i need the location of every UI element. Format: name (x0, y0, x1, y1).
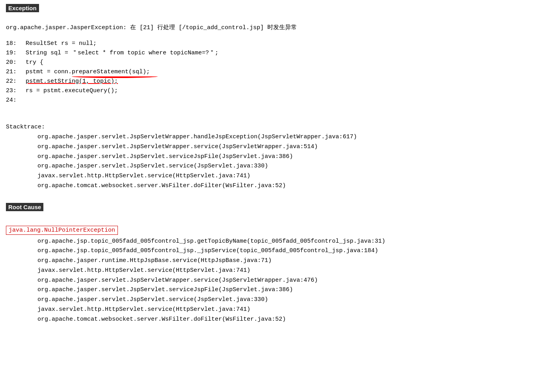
root-cause-line-1: org.apache.jsp.topic_005fadd_005fcontrol… (6, 237, 546, 247)
code-content-18: ResultSet rs = null; (26, 39, 97, 48)
line-number-18: 18: (6, 39, 26, 48)
line-number-24: 24: (6, 96, 26, 105)
stacktrace-section: Stacktrace: org.apache.jasper.servlet.Js… (6, 124, 546, 191)
code-line-23: 23: rs = pstmt.executeQuery(); (6, 86, 546, 96)
code-content-21: pstmt = conn.prepareStatement(sql); (26, 67, 150, 77)
line-number-20: 20: (6, 58, 26, 67)
code-line-21: 21: pstmt = conn.prepareStatement(sql); (6, 67, 546, 77)
stacktrace-label: Stacktrace: (6, 124, 546, 130)
line-number-21: 21: (6, 67, 26, 77)
code-content-19: String sql = ＂select * from topic where … (26, 48, 218, 58)
root-cause-line-6: org.apache.jasper.servlet.JspServlet.ser… (6, 285, 546, 295)
root-cause-label: Root Cause (6, 203, 43, 211)
line-number-19: 19: (6, 48, 26, 58)
code-line-24: 24: (6, 96, 546, 105)
code-block: 18: ResultSet rs = null; 19: String sql … (6, 39, 546, 105)
root-cause-section: Root Cause java.lang.NullPointerExceptio… (6, 203, 546, 325)
exception-header: Exception (6, 4, 546, 17)
code-line-22: 22: pstmt.setString(1, topic); (6, 77, 546, 86)
code-21-prefix: pstmt = conn. (26, 69, 72, 75)
stacktrace-line-3: org.apache.jasper.servlet.JspServlet.ser… (6, 152, 546, 162)
code-content-23: rs = pstmt.executeQuery(); (26, 86, 118, 96)
code-21-method: prepareStatement(sql); (72, 67, 150, 77)
root-cause-line-5: org.apache.jasper.servlet.JspServletWrap… (6, 276, 546, 286)
null-pointer-exception-text: java.lang.NullPointerException (6, 226, 118, 235)
stacktrace-line-2: org.apache.jasper.servlet.JspServletWrap… (6, 142, 546, 152)
root-cause-line-2: org.apache.jsp.topic_005fadd_005fcontrol… (6, 246, 546, 256)
code-line-19: 19: String sql = ＂select * from topic wh… (6, 48, 546, 58)
root-cause-line-4: javax.servlet.http.HttpServlet.service(H… (6, 266, 546, 276)
root-cause-line-8: javax.servlet.http.HttpServlet.service(H… (6, 305, 546, 315)
code-content-20: try { (26, 58, 43, 67)
code-line-20: 20: try { (6, 58, 546, 67)
code-22-text: pstmt.setString(1, topic); (26, 78, 118, 85)
line-number-23: 23: (6, 86, 26, 96)
line-number-22: 22: (6, 77, 26, 86)
root-cause-line-9: org.apache.tomcat.websocket.server.WsFil… (6, 315, 546, 325)
stacktrace-line-1: org.apache.jasper.servlet.JspServletWrap… (6, 132, 546, 142)
root-cause-line-3: org.apache.jasper.runtime.HttpJspBase.se… (6, 256, 546, 266)
exception-label: Exception (6, 4, 39, 12)
code-line-18: 18: ResultSet rs = null; (6, 39, 546, 48)
stacktrace-line-5: javax.servlet.http.HttpServlet.service(H… (6, 171, 546, 181)
code-content-22: pstmt.setString(1, topic); (26, 77, 118, 86)
stacktrace-line-4: org.apache.jasper.servlet.JspServlet.ser… (6, 162, 546, 171)
null-pointer-exception-box: java.lang.NullPointerException (6, 223, 546, 237)
stacktrace-line-6: org.apache.tomcat.websocket.server.WsFil… (6, 181, 546, 191)
exception-message: org.apache.jasper.JasperException: 在 [21… (6, 24, 546, 31)
root-cause-line-7: org.apache.jasper.servlet.JspServlet.ser… (6, 295, 546, 305)
